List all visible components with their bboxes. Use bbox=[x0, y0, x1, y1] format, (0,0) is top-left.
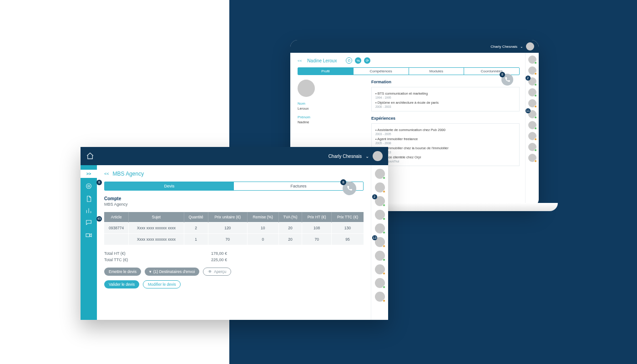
col-ttc: Prix TTC (€) bbox=[331, 212, 364, 222]
current-user-name[interactable]: Charly Chesnais bbox=[490, 45, 517, 49]
exp-item: • Agent immobilier chez la bourse de l'i… bbox=[375, 146, 516, 150]
contact-avatar[interactable]: 2 bbox=[528, 77, 536, 86]
back-button[interactable]: << bbox=[104, 172, 109, 176]
svg-rect-2 bbox=[86, 234, 90, 237]
contact-avatar[interactable] bbox=[375, 251, 385, 261]
cell: Xxxx xxxx xxxxxx xxxx bbox=[129, 222, 184, 234]
valider-button[interactable]: Valider le devis bbox=[104, 280, 139, 288]
table-row[interactable]: Xxxx xxxx xxxxxx xxxx 1 70 0 20 70 95 bbox=[104, 234, 364, 245]
chevron-down-icon[interactable]: ⌄ bbox=[520, 45, 523, 49]
call-badge: 8 bbox=[500, 72, 505, 77]
contact-avatar[interactable]: 11 bbox=[528, 110, 536, 118]
exp-dates: 2017 - Aujourd'hui bbox=[375, 160, 516, 163]
formation-item: • BTS communication et marketing bbox=[375, 91, 516, 96]
col-ht: Prix HT (€) bbox=[302, 212, 331, 222]
cell: 10 bbox=[247, 222, 278, 234]
quote-window: Charly Chesnais ⌄ >> 8 45 << MBS Agency bbox=[81, 147, 388, 320]
percent-icon[interactable]: % bbox=[355, 57, 361, 64]
cell: 2 bbox=[184, 222, 208, 234]
label-nom: Nom bbox=[298, 101, 361, 106]
avatar[interactable] bbox=[373, 151, 383, 161]
contact-avatar[interactable] bbox=[375, 182, 385, 192]
phone-icon bbox=[346, 185, 353, 192]
cell: 70 bbox=[302, 234, 331, 245]
sidebar-target-icon[interactable]: 8 bbox=[85, 182, 92, 191]
phone-icon bbox=[504, 76, 511, 83]
destinataires-button[interactable]: ▾(1) Destinataires d'envoi bbox=[145, 268, 199, 276]
contact-avatar[interactable] bbox=[528, 121, 536, 129]
formation-dates: 1994 - 1995 bbox=[375, 96, 516, 99]
person-name: Nadine Leroux bbox=[307, 58, 337, 63]
apercu-button[interactable]: 👁Aperçu bbox=[203, 268, 231, 276]
compte-label: Compte bbox=[104, 196, 364, 201]
cell: 95 bbox=[331, 234, 364, 245]
contact-avatar[interactable] bbox=[375, 264, 385, 274]
value-prenom: Nadine bbox=[298, 120, 361, 124]
contact-avatar[interactable] bbox=[375, 292, 385, 302]
contact-avatar[interactable] bbox=[375, 169, 385, 179]
contact-avatar[interactable] bbox=[528, 88, 536, 96]
chevron-down-icon[interactable]: ⌄ bbox=[365, 154, 369, 159]
profile-avatar bbox=[298, 80, 315, 97]
experiences-box: • Assistante de communication chez Pub 2… bbox=[371, 123, 520, 166]
contact-avatar[interactable] bbox=[528, 132, 536, 140]
refresh-icon[interactable]: ⟳ bbox=[364, 57, 370, 64]
exp-dates: 2003 - 2005 bbox=[375, 132, 516, 136]
contact-avatar[interactable] bbox=[375, 278, 385, 288]
filter-icon: ▾ bbox=[149, 269, 152, 274]
tab-modules[interactable]: Modules bbox=[409, 68, 465, 75]
contact-avatar[interactable] bbox=[528, 56, 536, 64]
document-icon[interactable] bbox=[85, 195, 92, 202]
contact-avatar[interactable] bbox=[375, 223, 385, 233]
bar-chart-icon[interactable] bbox=[85, 207, 92, 214]
formation-dates: 2000 - 2003 bbox=[375, 105, 516, 108]
exp-item: • Agent immobilier freelance bbox=[375, 137, 516, 141]
sidebar: >> 8 45 bbox=[81, 165, 97, 320]
chat-icon[interactable]: 45 bbox=[85, 219, 92, 227]
back-button[interactable]: << bbox=[298, 59, 302, 63]
video-icon[interactable] bbox=[85, 232, 92, 239]
contact-avatar[interactable] bbox=[528, 154, 536, 162]
compte-value: MBS Agency bbox=[104, 202, 364, 207]
phone-outgoing-icon[interactable]: ✆ bbox=[346, 57, 352, 64]
cell: 120 bbox=[208, 222, 247, 234]
formation-item: • Diplôme en architecture à école de par… bbox=[375, 101, 516, 105]
tab-competences[interactable]: Compétences bbox=[354, 68, 409, 75]
contact-rail: 2 13 bbox=[371, 165, 388, 320]
tab-coordonnees[interactable]: Coordonnées bbox=[464, 68, 519, 75]
profile-tabs: Profil Compétences Modules Coordonnées bbox=[298, 67, 520, 75]
cell: 130 bbox=[331, 222, 364, 234]
page-title: MBS Agency bbox=[113, 171, 144, 177]
eye-icon: 👁 bbox=[208, 269, 212, 274]
contact-avatar[interactable]: 2 bbox=[375, 196, 385, 206]
cell: 20 bbox=[278, 222, 302, 234]
profile-header: Charly Chesnais ⌄ bbox=[290, 40, 539, 53]
section-formation: Formation bbox=[371, 80, 520, 84]
emettre-button[interactable]: Emettre le devis bbox=[104, 268, 141, 276]
current-user-name[interactable]: Charly Chesnais bbox=[329, 154, 362, 159]
contact-avatar[interactable] bbox=[528, 99, 536, 107]
total-ht-label: Total HT (€) bbox=[104, 251, 126, 256]
modifier-button[interactable]: Modifier le devis bbox=[143, 280, 181, 288]
contact-avatar[interactable] bbox=[375, 210, 385, 220]
tab-profil[interactable]: Profil bbox=[298, 68, 354, 75]
exp-item: • Assistante de communication chez Pub 2… bbox=[375, 128, 516, 132]
contact-avatar[interactable] bbox=[528, 143, 536, 151]
sidebar-expand[interactable]: >> bbox=[81, 170, 97, 178]
formation-box: • BTS communication et marketing 1994 - … bbox=[371, 87, 520, 111]
call-button[interactable]: 8 bbox=[501, 74, 513, 86]
call-button[interactable]: 8 bbox=[343, 182, 356, 195]
total-ht: 178,00 € bbox=[211, 251, 227, 256]
home-icon[interactable] bbox=[86, 152, 94, 160]
contact-avatar[interactable]: 13 bbox=[375, 237, 385, 247]
svg-point-1 bbox=[88, 185, 90, 187]
tab-devis[interactable]: Devis bbox=[105, 182, 234, 190]
exp-dates: 2008 - 2013 bbox=[375, 151, 516, 154]
section-experiences: Expériences bbox=[371, 116, 520, 121]
avatar[interactable] bbox=[526, 42, 534, 51]
table-row[interactable]: 0938774 Xxxx xxxx xxxxxx xxxx 2 120 10 2… bbox=[104, 222, 364, 234]
svg-point-0 bbox=[86, 184, 91, 189]
col-remise: Remise (%) bbox=[247, 212, 278, 222]
call-badge: 8 bbox=[340, 179, 346, 185]
contact-avatar[interactable] bbox=[528, 66, 536, 75]
